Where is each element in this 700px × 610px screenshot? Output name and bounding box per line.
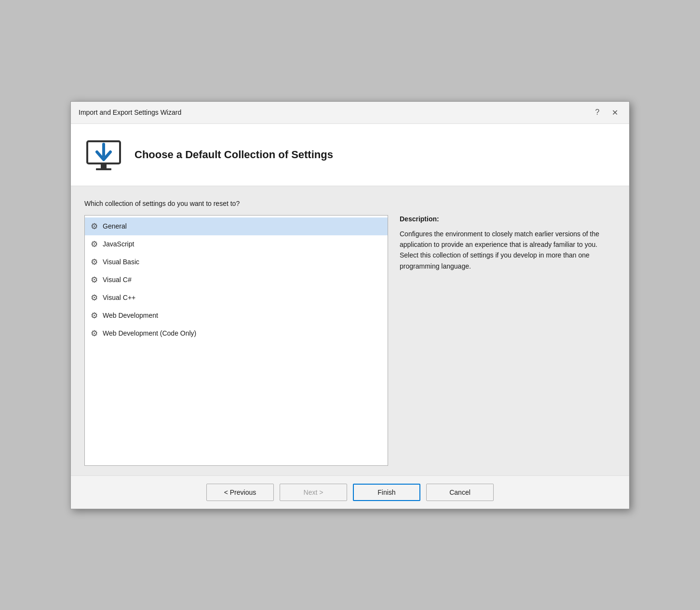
- gear-icon-visualbasic: ⚙: [91, 257, 98, 267]
- description-panel: Description: Configures the environment …: [400, 215, 616, 466]
- list-item-visualbasic[interactable]: ⚙ Visual Basic: [85, 253, 388, 271]
- list-item-general[interactable]: ⚙ General: [85, 217, 388, 235]
- list-item-visualcpp[interactable]: ⚙ Visual C++: [85, 289, 388, 307]
- list-item-label-visualcpp: Visual C++: [103, 294, 135, 301]
- list-item-webdev[interactable]: ⚙ Web Development: [85, 307, 388, 325]
- settings-list[interactable]: ⚙ General ⚙ JavaScript ⚙ Visual Basic ⚙ …: [84, 215, 388, 466]
- svg-rect-2: [96, 168, 111, 170]
- question-text: Which collection of settings do you want…: [84, 200, 616, 207]
- import-export-dialog: Import and Export Settings Wizard ? ✕ Ch…: [70, 101, 630, 509]
- list-item-label-general: General: [103, 222, 127, 230]
- list-item-label-visualbasic: Visual Basic: [103, 258, 139, 266]
- header-title: Choose a Default Collection of Settings: [135, 149, 333, 161]
- description-label: Description:: [400, 215, 616, 223]
- main-columns: ⚙ General ⚙ JavaScript ⚙ Visual Basic ⚙ …: [84, 215, 616, 466]
- list-item-label-visualcsharp: Visual C#: [103, 276, 132, 284]
- close-button[interactable]: ✕: [608, 106, 621, 119]
- title-bar: Import and Export Settings Wizard ? ✕: [71, 102, 629, 124]
- wizard-icon: [84, 136, 123, 174]
- gear-icon-general: ⚙: [91, 221, 98, 231]
- gear-icon-javascript: ⚙: [91, 239, 98, 249]
- svg-rect-1: [101, 163, 107, 168]
- footer-area: < Previous Next > Finish Cancel: [71, 475, 629, 509]
- gear-icon-visualcsharp: ⚙: [91, 275, 98, 285]
- gear-icon-webdev: ⚙: [91, 311, 98, 321]
- list-item-javascript[interactable]: ⚙ JavaScript: [85, 235, 388, 253]
- dialog-title: Import and Export Settings Wizard: [79, 108, 181, 116]
- list-item-label-webdevcodeonly: Web Development (Code Only): [103, 329, 196, 337]
- gear-icon-visualcpp: ⚙: [91, 293, 98, 303]
- next-button[interactable]: Next >: [280, 484, 347, 501]
- cancel-button[interactable]: Cancel: [426, 484, 494, 501]
- list-item-label-webdev: Web Development: [103, 312, 158, 319]
- list-item-visualcsharp[interactable]: ⚙ Visual C#: [85, 271, 388, 289]
- gear-icon-webdevcodeonly: ⚙: [91, 328, 98, 339]
- list-item-label-javascript: JavaScript: [103, 240, 134, 248]
- finish-button[interactable]: Finish: [353, 484, 420, 501]
- help-button[interactable]: ?: [591, 106, 604, 119]
- title-bar-right: ? ✕: [591, 106, 621, 119]
- description-text: Configures the environment to closely ma…: [400, 229, 616, 272]
- list-item-webdevcodeonly[interactable]: ⚙ Web Development (Code Only): [85, 325, 388, 342]
- title-bar-left: Import and Export Settings Wizard: [79, 108, 181, 116]
- previous-button[interactable]: < Previous: [206, 484, 274, 501]
- content-area: Which collection of settings do you want…: [71, 186, 629, 475]
- header-area: Choose a Default Collection of Settings: [71, 124, 629, 186]
